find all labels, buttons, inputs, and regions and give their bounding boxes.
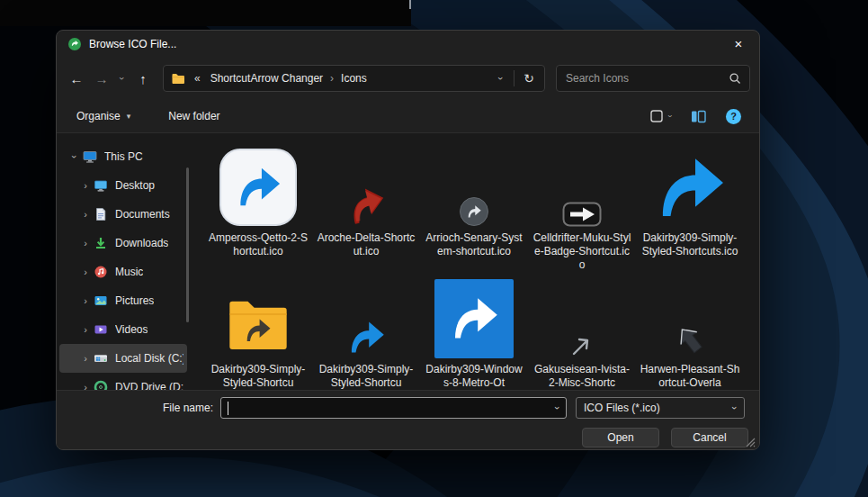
sidebar-item-documents[interactable]: › Documents (59, 200, 187, 229)
file-item[interactable]: Ampeross-Qetto-2-Shortcut.ico (204, 144, 312, 276)
expander-right-icon[interactable]: › (79, 238, 92, 248)
organise-button[interactable]: Organise ▾ (73, 104, 134, 128)
expander-down-icon[interactable]: › (69, 150, 80, 163)
file-type-select[interactable]: ICO Files (*.ico) › (576, 397, 745, 419)
download-arrow-icon (94, 236, 108, 250)
red-swirl-arrow-icon (345, 184, 388, 227)
file-name: Celldrifter-Muku-Style-Badge-Shortcut.ic… (532, 231, 632, 272)
photo-icon (94, 294, 108, 308)
hard-disk-icon (94, 351, 108, 366)
view-mode-button[interactable]: › (646, 105, 675, 127)
preview-pane-icon (691, 110, 706, 123)
icon-box (636, 276, 744, 358)
file-item[interactable]: Gakuseisean-Ivista-2-Misc-Shortc (528, 276, 636, 390)
music-note-icon (94, 265, 108, 279)
folder-icon (171, 71, 185, 86)
sidebar-item-this-pc[interactable]: › This PC (59, 142, 187, 171)
file-item[interactable]: Dakirby309-Simply-Styled-Shortcu (204, 276, 312, 390)
address-dropdown-icon[interactable]: › (491, 72, 511, 85)
file-item[interactable]: Arrioch-Senary-System-shortcut.ico (420, 144, 528, 276)
expander-right-icon[interactable]: › (79, 180, 92, 191)
sidebar-item-label: Downloads (115, 237, 168, 249)
file-item[interactable]: Dakirby309-Windows-8-Metro-Ot (420, 276, 528, 390)
file-name: Dakirby309-Simply-Styled-Shortcu (208, 363, 309, 390)
address-divider (514, 70, 515, 86)
file-item[interactable]: Aroche-Delta-Shortcut.ico (312, 144, 420, 276)
dvd-disc-icon (94, 380, 108, 390)
file-item[interactable]: Celldrifter-Muku-Style-Badge-Shortcut.ic… (528, 144, 636, 276)
file-name-label: File name: (57, 402, 220, 414)
icon-box (528, 276, 636, 358)
organise-label: Organise (76, 110, 121, 122)
command-bar: Organise ▾ New folder › ? (57, 100, 759, 133)
address-bar[interactable]: « ShortcutArrow Changer › Icons › ↻ (163, 65, 545, 92)
title-bar: Browse ICO File... × (57, 31, 759, 57)
file-name-row: File name: › ICO Files (*.ico) › (57, 397, 759, 419)
search-input[interactable] (564, 71, 723, 86)
help-button[interactable]: ? (722, 105, 745, 128)
expander-right-icon[interactable]: › (79, 209, 92, 220)
icon-box (312, 276, 420, 358)
new-folder-button[interactable]: New folder (165, 104, 223, 128)
sidebar-item-music[interactable]: › Music (59, 258, 187, 286)
file-list: Ampeross-Qetto-2-Shortcut.ico Aroche-Del… (190, 133, 759, 390)
sidebar-item-downloads[interactable]: › Downloads (59, 229, 187, 258)
dark-sphere-arrow-icon (459, 196, 489, 227)
file-item[interactable]: Dakirby309-Simply-Styled-Shortcu (312, 276, 420, 390)
file-name-input[interactable] (221, 402, 566, 414)
expander-right-icon[interactable]: › (79, 324, 92, 335)
sidebar-item-label: Pictures (115, 294, 154, 307)
browse-ico-file-dialog: Browse ICO File... × ← → › ↑ « ShortcutA… (56, 30, 760, 450)
organise-caret-icon: ▾ (127, 112, 131, 121)
sidebar-item-dvd-drive-d[interactable]: › DVD Drive (D: (59, 373, 187, 390)
background-window-edge (409, 0, 411, 9)
blue-metro-tile-arrow-icon (434, 279, 514, 358)
refresh-icon[interactable]: ↻ (517, 67, 541, 90)
sidebar-item-local-disk-c[interactable]: › Local Disk (C:) (59, 344, 187, 373)
file-name-dropdown-icon[interactable]: › (552, 406, 563, 410)
monitor-icon (83, 149, 97, 164)
dialog-body: › This PC › Desktop (57, 133, 759, 390)
sidebar-item-label: Documents (115, 208, 170, 221)
close-button[interactable]: × (718, 31, 759, 57)
file-name-field[interactable]: › (220, 397, 567, 419)
breadcrumb-current[interactable]: Icons (335, 69, 373, 87)
document-icon (94, 207, 108, 221)
expander-right-icon[interactable]: › (79, 353, 92, 364)
search-box[interactable] (556, 65, 750, 92)
breadcrumb-folder[interactable]: ShortcutArrow Changer (204, 69, 329, 87)
file-type-value: ICO Files (*.ico) (584, 402, 733, 414)
cancel-button[interactable]: Cancel (671, 428, 748, 447)
sidebar-item-videos[interactable]: › Videos (59, 315, 187, 344)
expander-right-icon[interactable]: › (79, 382, 92, 390)
sidebar-item-desktop[interactable]: › Desktop (59, 171, 187, 200)
navigation-pane: › This PC › Desktop (57, 133, 190, 390)
icon-box (312, 144, 420, 227)
expander-right-icon[interactable]: › (79, 295, 92, 306)
preview-pane-button[interactable] (687, 106, 710, 127)
forward-button[interactable]: → (89, 66, 114, 91)
icon-box (204, 276, 312, 358)
expander-right-icon[interactable]: › (79, 267, 92, 277)
open-button[interactable]: Open (582, 428, 659, 447)
icon-box (420, 144, 528, 227)
file-item[interactable]: Dakirby309-Simply-Styled-Shortcuts.ico (636, 144, 744, 276)
icon-box (528, 144, 636, 227)
file-type-dropdown-icon: › (729, 406, 740, 410)
sidebar-item-pictures[interactable]: › Pictures (59, 286, 187, 315)
back-button[interactable]: ← (64, 66, 89, 91)
history-dropdown-icon[interactable]: › (114, 66, 130, 91)
help-icon: ? (726, 109, 741, 124)
text-caret (228, 402, 228, 415)
file-name: Gakuseisean-Ivista-2-Misc-Shortc (532, 363, 632, 390)
dialog-footer: File name: › ICO Files (*.ico) › Open Ca… (57, 390, 759, 450)
view-mode-caret-icon: › (666, 115, 675, 118)
sidebar-scrollbar[interactable] (186, 167, 189, 322)
resize-grip[interactable] (745, 437, 756, 448)
breadcrumb-overflow[interactable]: « (194, 72, 201, 85)
sidebar-item-label: Music (115, 266, 143, 278)
up-button[interactable]: ↑ (130, 66, 156, 91)
file-item[interactable]: Harwen-Pleasant-Shortcut-Overla (636, 276, 744, 390)
white-tile-blue-arrow-icon (219, 148, 298, 227)
sidebar-item-label: DVD Drive (D: (115, 381, 183, 390)
